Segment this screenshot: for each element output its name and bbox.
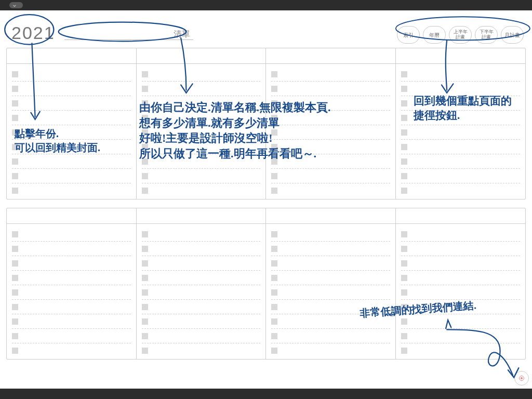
list-item[interactable] — [271, 67, 390, 82]
checkbox-icon[interactable] — [142, 100, 148, 107]
list-item[interactable] — [401, 285, 521, 300]
list-item[interactable] — [271, 96, 390, 111]
list-item[interactable] — [142, 82, 261, 96]
checkbox-icon[interactable] — [142, 304, 148, 310]
list-item[interactable] — [142, 227, 261, 242]
list-item[interactable] — [142, 140, 261, 154]
list-item[interactable] — [401, 169, 521, 183]
list-column-header[interactable] — [137, 48, 267, 64]
checkbox-icon[interactable] — [12, 246, 18, 252]
list-item[interactable] — [142, 343, 261, 358]
list-item[interactable] — [12, 256, 131, 271]
list-item[interactable] — [271, 271, 390, 285]
list-item[interactable] — [401, 314, 521, 329]
checkbox-icon[interactable] — [401, 188, 407, 194]
list-column-header[interactable] — [396, 48, 526, 64]
checkbox-icon[interactable] — [12, 231, 18, 237]
list-item[interactable] — [142, 169, 261, 183]
list-item[interactable] — [401, 271, 521, 285]
list-item[interactable] — [271, 111, 390, 125]
list-item[interactable] — [12, 125, 131, 140]
checkbox-icon[interactable] — [142, 144, 148, 150]
nav-first-half-button[interactable]: 上半年 計畫 — [449, 26, 472, 44]
list-item[interactable] — [271, 82, 390, 96]
checkbox-icon[interactable] — [142, 333, 148, 339]
checkbox-icon[interactable] — [401, 304, 407, 310]
list-item[interactable] — [12, 140, 131, 154]
checkbox-icon[interactable] — [401, 86, 407, 92]
checkbox-icon[interactable] — [12, 260, 18, 267]
list-item[interactable] — [271, 329, 390, 343]
checkbox-icon[interactable] — [401, 289, 407, 296]
checkbox-icon[interactable] — [401, 246, 407, 252]
checkbox-icon[interactable] — [271, 100, 277, 107]
list-item[interactable] — [12, 271, 131, 285]
checkbox-icon[interactable] — [142, 86, 148, 92]
checkbox-icon[interactable] — [12, 144, 18, 150]
checkbox-icon[interactable] — [271, 333, 277, 339]
checkbox-icon[interactable] — [142, 173, 148, 179]
list-item[interactable] — [12, 82, 131, 96]
list-item[interactable] — [142, 314, 261, 329]
nav-second-half-button[interactable]: 下半年 計畫 — [475, 26, 498, 44]
list-item[interactable] — [271, 343, 390, 358]
list-column-header[interactable] — [7, 208, 137, 224]
list-item[interactable] — [12, 329, 131, 343]
checkbox-icon[interactable] — [271, 260, 277, 267]
list-item[interactable] — [401, 82, 521, 96]
checkbox-icon[interactable] — [142, 71, 148, 77]
checkbox-icon[interactable] — [401, 275, 407, 281]
list-item[interactable] — [271, 183, 390, 198]
checkbox-icon[interactable] — [401, 71, 407, 77]
list-item[interactable] — [271, 140, 390, 154]
checkbox-icon[interactable] — [142, 188, 148, 194]
checkbox-icon[interactable] — [12, 275, 18, 281]
list-column-header[interactable] — [7, 48, 137, 64]
list-item[interactable] — [271, 256, 390, 271]
checkbox-icon[interactable] — [271, 115, 277, 121]
checkbox-icon[interactable] — [142, 348, 148, 354]
checkbox-icon[interactable] — [271, 71, 277, 77]
checkbox-icon[interactable] — [271, 188, 277, 194]
list-item[interactable] — [271, 125, 390, 140]
list-column-header[interactable] — [266, 208, 396, 224]
list-item[interactable] — [12, 242, 131, 256]
checkbox-icon[interactable] — [12, 289, 18, 296]
checkbox-icon[interactable] — [271, 173, 277, 179]
list-item[interactable] — [142, 285, 261, 300]
nav-year-button[interactable]: 年曆 — [423, 26, 446, 44]
checkbox-icon[interactable] — [271, 231, 277, 237]
checkbox-icon[interactable] — [401, 129, 407, 136]
list-item[interactable] — [142, 300, 261, 314]
list-item[interactable] — [401, 343, 521, 358]
checkbox-icon[interactable] — [271, 144, 277, 150]
list-item[interactable] — [142, 271, 261, 285]
nav-month-button[interactable]: 月計畫 — [501, 26, 524, 44]
checkbox-icon[interactable] — [271, 129, 277, 136]
chevron-down-icon[interactable]: ⌄ — [11, 1, 18, 7]
checkbox-icon[interactable] — [12, 86, 18, 92]
checkbox-icon[interactable] — [142, 246, 148, 252]
checkbox-icon[interactable] — [142, 129, 148, 136]
checkbox-icon[interactable] — [401, 348, 407, 354]
list-item[interactable] — [401, 329, 521, 343]
checkbox-icon[interactable] — [12, 158, 18, 165]
list-item[interactable] — [401, 300, 521, 314]
list-item[interactable] — [142, 96, 261, 111]
list-item[interactable] — [12, 183, 131, 198]
list-item[interactable] — [12, 111, 131, 125]
list-item[interactable] — [401, 183, 521, 198]
list-item[interactable] — [401, 96, 521, 111]
list-item[interactable] — [12, 300, 131, 314]
list-item[interactable] — [12, 154, 131, 169]
checkbox-icon[interactable] — [401, 333, 407, 339]
list-item[interactable] — [271, 300, 390, 314]
list-item[interactable] — [142, 154, 261, 169]
checkbox-icon[interactable] — [271, 246, 277, 252]
checkbox-icon[interactable] — [142, 289, 148, 296]
checkbox-icon[interactable] — [12, 115, 18, 121]
list-item[interactable] — [142, 256, 261, 271]
checkbox-icon[interactable] — [271, 275, 277, 281]
checkbox-icon[interactable] — [12, 318, 18, 325]
find-us-link[interactable] — [514, 371, 529, 385]
